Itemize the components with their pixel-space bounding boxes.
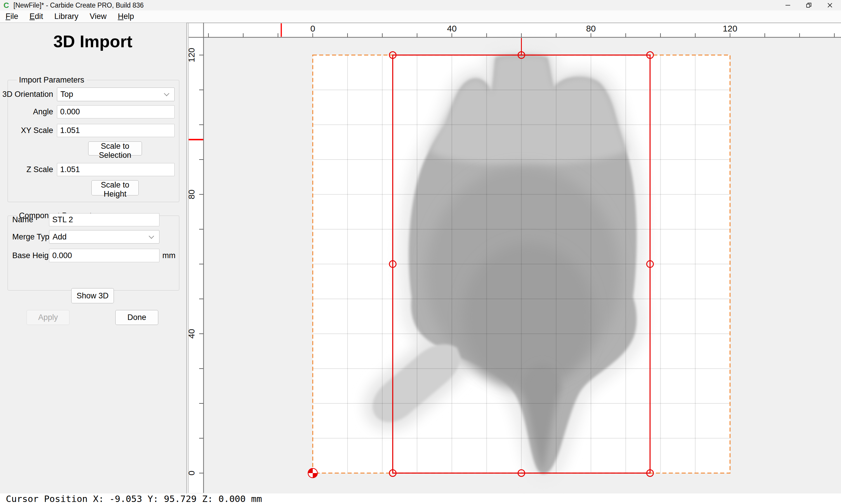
3d-import-panel: 3D Import Import Parameters 3D Orientati… bbox=[0, 23, 187, 493]
title-bar: C [NewFile]* - Carbide Create PRO, Build… bbox=[0, 0, 841, 11]
app-logo-icon: C bbox=[3, 1, 9, 9]
menu-view[interactable]: View bbox=[85, 11, 111, 22]
menu-bar: File Edit Library View Help bbox=[0, 11, 841, 23]
ruler-label-x: 0 bbox=[310, 24, 315, 33]
minimize-icon bbox=[784, 2, 791, 9]
merge-type-label: Merge Type bbox=[12, 230, 54, 244]
show-3d-button[interactable]: Show 3D bbox=[71, 288, 114, 303]
orientation-select[interactable]: Top bbox=[57, 88, 175, 101]
xy-scale-field[interactable] bbox=[57, 124, 175, 137]
angle-label: Angle bbox=[0, 105, 53, 119]
menu-library[interactable]: Library bbox=[50, 11, 83, 22]
ruler-label-y: 0 bbox=[187, 471, 196, 476]
done-button[interactable]: Done bbox=[115, 310, 158, 325]
restore-icon bbox=[805, 2, 812, 9]
minimize-button[interactable] bbox=[777, 0, 799, 11]
base-height-field[interactable] bbox=[49, 249, 159, 262]
z-scale-field[interactable] bbox=[57, 163, 175, 176]
close-icon bbox=[826, 2, 834, 9]
cursor-position-readout: Cursor Position X: -9.053 Y: 95.729 Z: 0… bbox=[6, 493, 262, 504]
menu-file[interactable]: File bbox=[1, 11, 23, 22]
ruler-label-y: 80 bbox=[187, 190, 196, 199]
apply-button[interactable]: Apply bbox=[27, 310, 69, 325]
merge-type-select[interactable]: Add bbox=[49, 230, 159, 244]
merge-type-value: Add bbox=[49, 232, 150, 241]
cursor-marker-x bbox=[281, 23, 282, 37]
base-height-unit: mm bbox=[162, 249, 175, 262]
chevron-down-icon bbox=[149, 233, 154, 238]
menu-help[interactable]: Help bbox=[113, 11, 138, 22]
window-title: [NewFile]* - Carbide Create PRO, Build 8… bbox=[14, 0, 144, 11]
menu-edit[interactable]: Edit bbox=[25, 11, 48, 22]
import-parameters-legend: Import Parameters bbox=[17, 75, 87, 85]
cursor-marker-y bbox=[189, 139, 203, 140]
close-button[interactable] bbox=[819, 0, 840, 11]
ruler-label-x: 80 bbox=[586, 24, 596, 33]
ruler-label-y: 40 bbox=[187, 329, 196, 339]
page-title: 3D Import bbox=[0, 32, 186, 51]
origin-marker bbox=[308, 468, 317, 478]
xy-scale-label: XY Scale bbox=[0, 124, 53, 137]
ruler-label-x: 120 bbox=[723, 24, 737, 33]
name-field[interactable] bbox=[49, 213, 159, 226]
orientation-value: Top bbox=[57, 90, 165, 99]
status-bar: Cursor Position X: -9.053 Y: 95.729 Z: 0… bbox=[0, 493, 841, 504]
ruler-label-x: 40 bbox=[447, 24, 457, 33]
angle-field[interactable] bbox=[57, 105, 175, 119]
design-canvas[interactable]: 0408012004080120 bbox=[187, 23, 841, 493]
scale-to-height-button[interactable]: Scale to Height bbox=[91, 180, 139, 195]
z-scale-label: Z Scale bbox=[0, 163, 53, 176]
chevron-down-icon bbox=[164, 91, 169, 96]
app-window: C [NewFile]* - Carbide Create PRO, Build… bbox=[0, 0, 841, 504]
ruler-label-y: 120 bbox=[187, 48, 196, 62]
orientation-label: 3D Orientation bbox=[0, 88, 53, 101]
restore-button[interactable] bbox=[799, 0, 819, 11]
name-label: Name bbox=[12, 213, 33, 226]
scale-to-selection-button[interactable]: Scale to Selection bbox=[88, 142, 142, 156]
